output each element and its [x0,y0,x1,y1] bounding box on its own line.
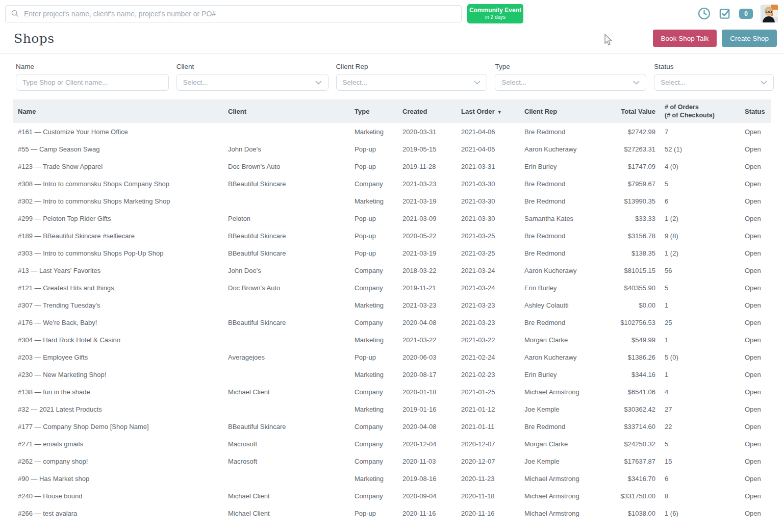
community-event-badge[interactable]: Community Event in 2 days [467,4,523,23]
cell-shop-name[interactable]: #308 — Intro to commonsku Shops Company … [13,180,223,188]
cell-shop-name[interactable]: #271 — emails gmails [13,440,223,448]
cell-last-order: 2020-11-23 [456,475,519,483]
table-row[interactable]: #299 — Peloton Top Rider Gifts Peloton P… [13,210,771,227]
cell-shop-name[interactable]: #303 — Intro to commonsku Shops Pop-Up S… [13,249,223,257]
table-row[interactable]: #189 — BBeautiful Skincare #selfiecare B… [13,227,771,244]
cell-shop-name[interactable]: #230 — New Marketing Shop! [13,371,223,378]
table-row[interactable]: #138 — fun in the shade Michael Client C… [13,383,771,400]
cell-shop-name[interactable]: #32 — 2021 Latest Products [13,406,223,413]
cell-shop-name[interactable]: #121 — Greatest Hits and things [13,284,223,292]
table-row[interactable]: #13 — Last Years' Favorites John Doe's C… [13,262,771,279]
cell-shop-name[interactable]: #90 — Has Market shop [13,475,223,483]
cell-client: Michael Client [223,492,349,500]
column-header-name[interactable]: Name [13,108,223,115]
tasks-icon[interactable] [718,7,731,20]
table-row[interactable]: #32 — 2021 Latest Products Marketing 201… [13,400,771,418]
cell-shop-name[interactable]: #299 — Peloton Top Rider Gifts [13,215,223,222]
table-row[interactable]: #203 — Employee Gifts Averagejoes Pop-up… [13,348,771,366]
table-row[interactable]: #55 — Camp Season Swag John Doe's Pop-up… [13,140,771,158]
cell-shop-name[interactable]: #266 — test avalara [13,510,223,517]
table-row[interactable]: #307 — Trending Tuesday's Marketing 2021… [13,296,771,314]
clock-icon[interactable] [697,7,711,20]
cell-shop-name[interactable]: #176 — We're Back, Baby! [13,319,223,326]
table-row[interactable]: #176 — We're Back, Baby! BBeautiful Skin… [13,314,771,331]
column-header-client[interactable]: Client [223,108,349,115]
cell-status: Open [745,197,771,205]
cell-status: Open [745,215,771,222]
cell-created: 2020-05-22 [397,232,456,240]
table-row[interactable]: #303 — Intro to commonsku Shops Pop-Up S… [13,244,771,262]
cell-shop-name[interactable]: #161 — Customize Your Home Office [13,128,223,136]
cell-created: 2021-03-23 [397,301,456,309]
cell-type: Company [349,440,397,448]
global-search[interactable] [5,5,462,22]
table-row[interactable]: #308 — Intro to commonsku Shops Company … [13,175,771,192]
book-shop-talk-button[interactable]: Book Shop Talk [653,30,717,47]
cell-status: Open [745,249,771,257]
create-shop-button[interactable]: Create Shop [722,30,777,47]
cell-client: BBeautiful Skincare [223,423,349,430]
avatar[interactable] [761,5,778,22]
table-row[interactable]: #161 — Customize Your Home Office Market… [13,123,771,140]
cell-shop-name[interactable]: #55 — Camp Season Swag [13,145,223,153]
cell-type: Marketing [349,406,397,413]
cell-last-order: 2021-03-25 [456,232,519,240]
table-row[interactable]: #262 — company shop! Macrosoft Company 2… [13,452,771,470]
table-row[interactable]: #302 — Intro to commonsku Shops Marketin… [13,192,771,210]
notification-count-badge[interactable]: 0 [739,9,753,19]
table-row[interactable]: #266 — test avalara Michael Client Pop-u… [13,504,771,522]
table-row[interactable]: #123 — Trade Show Apparel Doc Brown's Au… [13,158,771,175]
cell-type: Pop-up [349,353,397,361]
column-header-total-value[interactable]: Total Value [614,108,665,115]
column-header-last-order[interactable]: Last Order▼ [456,108,519,115]
filter-client-rep-select[interactable]: Select... [336,74,488,91]
cell-type: Pop-up [349,163,397,170]
cell-total-value: $331750.00 [614,492,665,500]
table-row[interactable]: #177 — Company Shop Demo [Shop Name] BBe… [13,418,771,435]
cell-type: Company [349,284,397,292]
column-header-status[interactable]: Status [745,108,771,115]
cell-shop-name[interactable]: #302 — Intro to commonsku Shops Marketin… [13,197,223,205]
table-row[interactable]: #240 — House bound Michael Client Compan… [13,487,771,504]
cell-total-value: $1038.00 [614,510,665,517]
cell-shop-name[interactable]: #13 — Last Years' Favorites [13,267,223,274]
filter-name-input[interactable] [22,79,162,86]
cell-created: 2020-11-03 [397,458,456,465]
cell-status: Open [745,458,771,465]
cell-client: Michael Client [223,388,349,396]
cell-shop-name[interactable]: #307 — Trending Tuesday's [13,301,223,309]
cell-created: 2019-11-21 [397,284,456,292]
filter-status-select[interactable]: Select... [654,74,774,91]
table-row[interactable]: #230 — New Marketing Shop! Marketing 202… [13,366,771,383]
cell-total-value: $27263.31 [614,145,665,153]
filter-name: Name [16,63,169,91]
filter-type-select[interactable]: Select... [495,74,646,91]
column-header-client-rep[interactable]: Client Rep [519,108,614,115]
cell-shop-name[interactable]: #189 — BBeautiful Skincare #selfiecare [13,232,223,240]
table-row[interactable]: #271 — emails gmails Macrosoft Company 2… [13,435,771,452]
cell-last-order: 2021-03-24 [456,267,519,274]
cell-total-value: $7959.67 [614,180,665,188]
column-header-type[interactable]: Type [349,108,397,115]
cell-last-order: 2021-02-24 [456,353,519,361]
cell-client: John Doe's [223,145,349,153]
column-header-created[interactable]: Created [397,108,456,115]
cell-shop-name[interactable]: #203 — Employee Gifts [13,353,223,361]
table-row[interactable]: #304 — Hard Rock Hotel & Casino Marketin… [13,331,771,348]
cell-shop-name[interactable]: #177 — Company Shop Demo [Shop Name] [13,423,223,430]
column-header-orders[interactable]: # of Orders (# of Checkouts) [665,103,745,120]
filter-client-select[interactable]: Select... [176,74,328,91]
cell-shop-name[interactable]: #138 — fun in the shade [13,388,223,396]
cell-client-rep: Michael Armstrong [519,388,614,396]
cell-client-rep: Joe Kemple [519,458,614,465]
table-row[interactable]: #121 — Greatest Hits and things Doc Brow… [13,279,771,296]
cell-created: 2020-04-08 [397,319,456,326]
cell-shop-name[interactable]: #262 — company shop! [13,458,223,465]
cell-shop-name[interactable]: #304 — Hard Rock Hotel & Casino [13,336,223,344]
cell-client-rep: Ashley Colautti [519,301,614,309]
cell-shop-name[interactable]: #240 — House bound [13,492,223,500]
table-row[interactable]: #90 — Has Market shop Marketing 2019-08-… [13,470,771,487]
global-search-input[interactable] [5,5,462,22]
cell-shop-name[interactable]: #123 — Trade Show Apparel [13,163,223,170]
cell-status: Open [745,232,771,240]
